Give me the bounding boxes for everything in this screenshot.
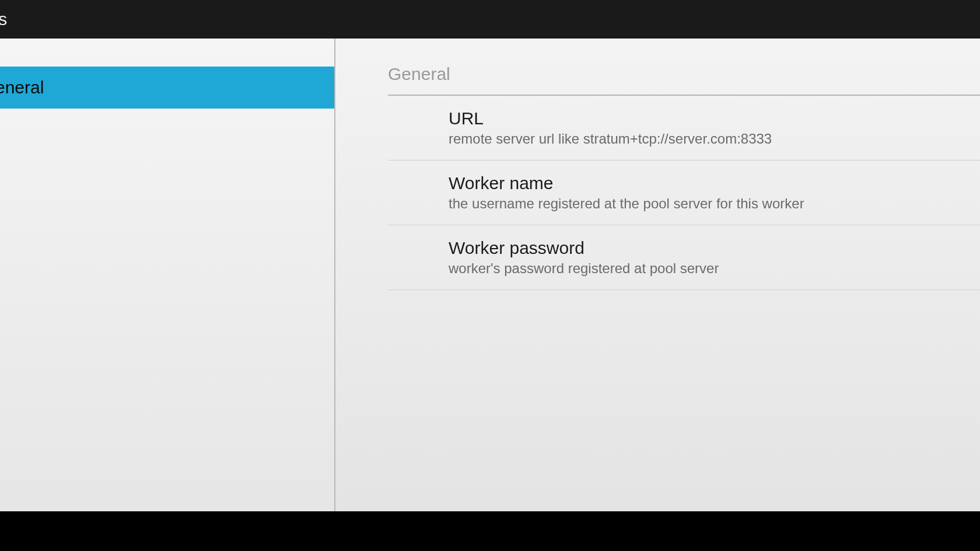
pref-summary: remote server url like stratum+tcp://ser… xyxy=(449,131,968,147)
content-pane: General URL remote server url like strat… xyxy=(335,39,980,511)
bottom-letterbox xyxy=(0,511,980,551)
pref-summary: the username registered at the pool serv… xyxy=(449,196,968,212)
pref-item-worker-name[interactable]: Worker name the username registered at t… xyxy=(388,161,980,225)
pref-summary: worker's password registered at pool ser… xyxy=(449,260,968,277)
sidebar: eneral xyxy=(0,39,335,511)
body-area: eneral General URL remote server url lik… xyxy=(0,39,980,511)
action-bar-title: js xyxy=(0,9,8,29)
pref-title: Worker password xyxy=(449,238,968,258)
app-root: js eneral General URL remote server url … xyxy=(0,0,980,551)
action-bar: js xyxy=(0,0,980,39)
section-header-general: General xyxy=(388,64,980,84)
pref-item-url[interactable]: URL remote server url like stratum+tcp:/… xyxy=(388,96,980,161)
preference-list: URL remote server url like stratum+tcp:/… xyxy=(388,96,980,290)
pref-title: URL xyxy=(449,109,968,128)
sidebar-item-general[interactable]: eneral xyxy=(0,67,334,109)
pref-item-worker-password[interactable]: Worker password worker's password regist… xyxy=(388,225,980,290)
pref-title: Worker name xyxy=(449,173,968,193)
sidebar-item-label: eneral xyxy=(0,78,44,97)
